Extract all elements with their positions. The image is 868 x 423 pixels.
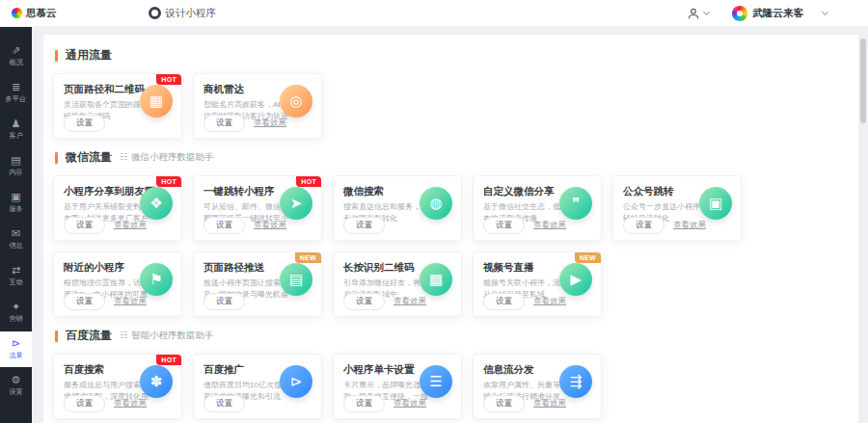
card-row: 页面路径和二维码 灵活获取各个页面的路径链接和二维码 ▦ HOT 设置 商机雷达…: [53, 73, 849, 139]
settings-button[interactable]: 设置: [343, 395, 385, 412]
sidebar-item-客户[interactable]: ♟客户: [0, 112, 32, 147]
sidebar-item-流量[interactable]: ⊳流量: [0, 331, 32, 367]
settings-button[interactable]: 设置: [623, 217, 665, 234]
card-actions: 设置 查看效果: [343, 293, 426, 310]
sidebar-item-内容[interactable]: ▤内容: [0, 148, 32, 184]
sidebar-item-互动[interactable]: ⇄互动: [0, 258, 32, 294]
sidebar-item-设置[interactable]: ⚙设置: [0, 368, 32, 404]
settings-button[interactable]: 设置: [203, 395, 245, 412]
card-actions: 设置 查看效果: [64, 395, 147, 412]
feature-card: 小程序分享到朋友圈 基于用户关系链裂变到朋友圈，触达更多更广客户 ❖ HOT 设…: [53, 175, 182, 241]
feature-card: 微信搜索 搜索直达信息和服务，更有效曝光和转化 ◍ 设置: [333, 175, 462, 241]
feature-card: 长按识别二维码 引导添加微信好友，将用户引流到私域中 ▩ 设置 查看效果: [333, 251, 462, 317]
card-badge: HOT: [296, 176, 321, 187]
helper-label: 智能小程序数据助手: [131, 330, 214, 342]
logo-text: 思慕云: [26, 7, 57, 20]
settings-button[interactable]: 设置: [64, 115, 105, 132]
sidebar-item-label: 营销: [9, 314, 22, 324]
section-marker: [55, 152, 58, 164]
card-actions: 设置 查看效果: [64, 293, 147, 310]
sidebar-item-服务[interactable]: ▣服务: [0, 185, 32, 221]
video-live-icon: ▶: [559, 263, 592, 296]
view-effect-link[interactable]: 查看效果: [114, 296, 147, 307]
section: 通用流量 页面路径和二维码 灵活获取各个页面的路径链接和二维码 ▦ HOT 设置…: [53, 47, 849, 139]
data-assistant-link[interactable]: ☷ 微信小程序数据助手: [120, 151, 214, 164]
feature-card: 百度搜索 服务或信息与用户搜索需求精准匹配，深度转化用户 ✽ HOT 设置 查看…: [53, 354, 182, 419]
card-actions: 设置 查看效果: [483, 217, 566, 234]
section-header: 微信流量 ☷ 微信小程序数据助手: [55, 149, 849, 166]
card-row: 附近的小程序 根据地理位置推荐，访客周边5km内小程序均可展示 ⚑ 设置 查看效…: [53, 251, 849, 317]
view-effect-link[interactable]: 查看效果: [393, 296, 426, 307]
sidebar-item-概况[interactable]: ⇗概况: [0, 39, 32, 74]
user-menu[interactable]: [687, 7, 709, 20]
sidebar-item-label: 互动: [9, 278, 22, 287]
feature-card: 视频号直播 视频号关联小程序，流量从公域引导至私域 ▶ NEW 设置 查看效果: [473, 251, 602, 317]
interaction-icon: ⇄: [12, 265, 20, 276]
section-title: 通用流量: [66, 47, 112, 64]
data-assistant-icon: ☷: [120, 153, 127, 162]
nearby-location-icon: ⚑: [140, 263, 173, 296]
sidebar-item-营销[interactable]: ✦营销: [0, 295, 32, 330]
card-badge: NEW: [575, 252, 601, 263]
chevron-down-icon: [822, 8, 828, 14]
view-effect-link[interactable]: 查看效果: [533, 220, 566, 231]
feature-card: 商机雷达 智能名片高效获客，AI雷达实时获取访客行为轨迹 ◎ 设置 查看效果: [193, 73, 322, 139]
sidebar-item-label: 多平台: [6, 94, 26, 104]
jump-link-icon: ➤: [280, 187, 312, 220]
view-effect-link[interactable]: 查看效果: [673, 220, 706, 231]
card-actions: 设置 查看效果: [203, 217, 286, 234]
view-effect-link[interactable]: 查看效果: [393, 398, 426, 410]
user-icon: [687, 7, 700, 20]
feature-card: 公众号跳转 公众号一步直达小程序，轻松导流转化 ▣ 设置 查看效果: [612, 175, 742, 241]
qr-scan-icon: ▩: [420, 263, 452, 296]
wechat-search-icon: ◍: [420, 187, 452, 220]
platform-layers-icon: ≣: [12, 82, 20, 93]
view-effect-link[interactable]: 查看效果: [254, 220, 286, 231]
view-effect-link[interactable]: 查看效果: [533, 398, 566, 410]
page-push-icon: ▤: [280, 263, 312, 296]
settings-button[interactable]: 设置: [483, 395, 525, 412]
settings-button[interactable]: 设置: [483, 293, 525, 310]
card-actions: 设置: [203, 395, 245, 412]
settings-button[interactable]: 设置: [343, 293, 385, 310]
scrollbar-thumb[interactable]: [860, 39, 866, 123]
view-effect-link[interactable]: 查看效果: [533, 296, 566, 307]
nav-design-miniprogram[interactable]: 设计小程序: [149, 7, 217, 20]
feature-card: 页面路径和二维码 灵活获取各个页面的路径链接和二维码 ▦ HOT 设置: [53, 73, 182, 139]
nav-label: 设计小程序: [166, 7, 217, 20]
settings-button[interactable]: 设置: [343, 217, 385, 234]
section: 微信流量 ☷ 微信小程序数据助手 小程序分享到朋友圈 基于用户关系链裂变到朋友圈…: [53, 149, 849, 317]
card-actions: 设置 查看效果: [483, 395, 566, 412]
card-actions: 设置 查看效果: [623, 217, 706, 234]
card-badge: HOT: [156, 176, 181, 187]
official-account-icon: ▣: [699, 187, 732, 220]
card-row: 百度搜索 服务或信息与用户搜索需求精准匹配，深度转化用户 ✽ HOT 设置 查看…: [53, 354, 849, 419]
app-logo[interactable]: 思慕云: [12, 7, 57, 20]
sidebar-item-多平台[interactable]: ≣多平台: [0, 75, 32, 111]
card-row: 小程序分享到朋友圈 基于用户关系链裂变到朋友圈，触达更多更广客户 ❖ HOT 设…: [53, 175, 849, 241]
view-effect-link[interactable]: 查看效果: [114, 398, 147, 410]
view-effect-link[interactable]: 查看效果: [114, 220, 147, 231]
settings-button[interactable]: 设置: [203, 115, 245, 132]
tenant-switcher[interactable]: 武隆云来客: [732, 6, 828, 21]
chevron-down-icon: [702, 8, 709, 14]
sidebar-item-信息[interactable]: ✉信息: [0, 222, 32, 257]
settings-button[interactable]: 设置: [64, 217, 105, 234]
section-marker: [55, 50, 58, 62]
feature-card: 小程序单卡设置 卡片展示，品牌曝光强劲，服务交互便捷，一搜即达 ☰ 设置 查看效…: [333, 354, 462, 419]
card-badge: HOT: [156, 355, 181, 365]
content-panel: 通用流量 页面路径和二维码 灵活获取各个页面的路径链接和二维码 ▦ HOT 设置…: [43, 35, 858, 423]
view-effect-link[interactable]: 查看效果: [254, 118, 286, 129]
section: 百度流量 ☷ 智能小程序数据助手 百度搜索 服务或信息与用户搜索需求精准匹配，深…: [53, 328, 849, 419]
settings-button[interactable]: 设置: [64, 395, 105, 412]
sidebar-item-label: 设置: [9, 387, 22, 397]
card-actions: 设置: [64, 115, 105, 132]
data-assistant-icon: ☷: [120, 331, 127, 340]
card-badge: HOT: [156, 74, 181, 85]
settings-button[interactable]: 设置: [483, 217, 525, 234]
settings-gear-icon: ⚙: [12, 375, 21, 385]
settings-button[interactable]: 设置: [203, 293, 245, 310]
data-assistant-link[interactable]: ☷ 智能小程序数据助手: [120, 330, 214, 342]
settings-button[interactable]: 设置: [64, 293, 105, 310]
settings-button[interactable]: 设置: [203, 217, 245, 234]
